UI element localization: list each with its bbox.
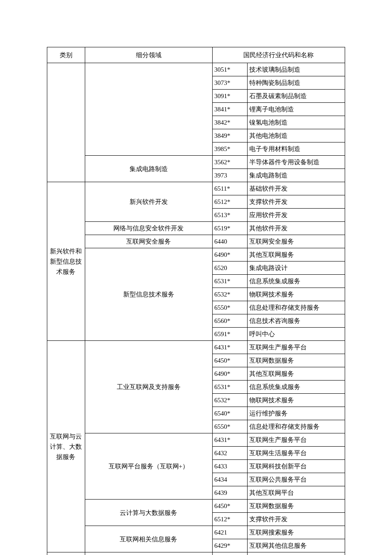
table-row: 3051*技术玻璃制品制造 xyxy=(47,63,345,76)
code-cell: 6429* xyxy=(212,539,247,552)
code-cell: 3051* xyxy=(212,63,247,76)
name-cell: 互联网生活服务平台 xyxy=(248,447,345,460)
code-cell: 3849* xyxy=(212,129,247,142)
code-cell: 6532* xyxy=(212,394,247,407)
category-cell xyxy=(47,63,85,182)
name-cell: 互联网数据服务 xyxy=(248,500,345,513)
subfield-cell: 互联网相关信息服务 xyxy=(85,526,212,552)
code-cell: 3842* xyxy=(212,116,247,129)
name-cell: 互联网安全服务 xyxy=(248,235,345,248)
code-cell: 3973 xyxy=(212,169,247,182)
code-cell: 6560* xyxy=(212,314,247,328)
name-cell: 互联网生产服务平台 xyxy=(248,341,345,354)
code-cell: 6550* xyxy=(212,420,247,433)
table-row: 互联网平台服务（互联网+）6431*互联网生产服务平台 xyxy=(47,433,345,447)
header-category: 类别 xyxy=(47,47,85,63)
code-cell: 6531* xyxy=(212,381,247,394)
code-cell: 6450* xyxy=(212,354,247,367)
code-cell: 3841* xyxy=(212,103,247,116)
table-row: 集成电路制造3562*半导体器件专用设备制造 xyxy=(47,156,345,169)
name-cell: 基础软件开发 xyxy=(248,182,345,195)
name-cell: 信息系统集成服务 xyxy=(248,275,345,288)
code-cell: 6490* xyxy=(212,248,247,262)
category-cell: 新兴软件和新型信息技术服务 xyxy=(47,182,85,341)
code-cell: 3091* xyxy=(212,90,247,103)
header-codename: 国民经济行业代码和名称 xyxy=(212,47,345,63)
code-cell: 6531* xyxy=(212,275,247,288)
code-cell: 6532* xyxy=(212,288,247,301)
code-cell: 6433 xyxy=(212,460,247,473)
name-cell: 信息处理和存储支持服务 xyxy=(248,420,345,433)
code-cell: 6490* xyxy=(212,367,247,381)
table-row: 新兴软件和新型信息技术服务新兴软件开发6511*基础软件开发 xyxy=(47,182,345,195)
name-cell: 其他互联网平台 xyxy=(248,486,345,500)
name-cell: 其他电池制造 xyxy=(248,129,345,142)
code-cell: 6520 xyxy=(212,262,247,275)
name-cell: 信息处理和存储支持服务 xyxy=(248,301,345,314)
code-cell: 6512* xyxy=(212,195,247,209)
subfield-cell: 工业互联网及支持服务 xyxy=(85,341,212,433)
table-row: 互联网相关信息服务6421互联网搜索服务 xyxy=(47,526,345,539)
code-cell: 6513* xyxy=(212,209,247,222)
name-cell: 物联网技术服务 xyxy=(248,394,345,407)
name-cell: 电子专用材料制造 xyxy=(248,142,345,156)
name-cell: 互联网科技创新平台 xyxy=(248,460,345,473)
subfield-cell xyxy=(85,63,212,156)
name-cell: 信息系统集成服务 xyxy=(248,381,345,394)
code-cell: 6421 xyxy=(212,526,247,539)
table-row: 互联网与云计算、大数据服务工业互联网及支持服务6431*互联网生产服务平台 xyxy=(47,341,345,354)
name-cell: 物联网技术服务 xyxy=(248,288,345,301)
code-cell: 6512* xyxy=(212,513,247,526)
code-cell: 6431* xyxy=(212,433,247,447)
subfield-cell: 互联网平台服务（互联网+） xyxy=(85,433,212,500)
name-cell: 互联网公共服务平台 xyxy=(248,473,345,486)
name-cell: 技术玻璃制品制造 xyxy=(248,63,345,76)
code-cell: 6432 xyxy=(212,447,247,460)
name-cell: 基础软件开发 xyxy=(248,552,345,555)
header-subfield: 细分领域 xyxy=(85,47,212,63)
subfield-cell: 人工智能软件开发 xyxy=(85,552,212,555)
name-cell: 镍氢电池制造 xyxy=(248,116,345,129)
code-cell: 6511* xyxy=(212,552,247,555)
name-cell: 半导体器件专用设备制造 xyxy=(248,156,345,169)
code-cell: 6440 xyxy=(212,235,247,248)
table-row: 人工智能人工智能软件开发6511*基础软件开发 xyxy=(47,552,345,555)
name-cell: 互联网其他信息服务 xyxy=(248,539,345,552)
name-cell: 集成电路设计 xyxy=(248,262,345,275)
name-cell: 运行维护服务 xyxy=(248,407,345,420)
category-cell: 互联网与云计算、大数据服务 xyxy=(47,341,85,552)
name-cell: 其他互联网服务 xyxy=(248,248,345,262)
code-cell: 6519* xyxy=(212,222,247,235)
code-cell: 6450* xyxy=(212,500,247,513)
name-cell: 呼叫中心 xyxy=(248,328,345,341)
category-cell: 人工智能 xyxy=(47,552,85,555)
name-cell: 支撑软件开发 xyxy=(248,513,345,526)
name-cell: 支撑软件开发 xyxy=(248,195,345,209)
code-cell: 6431* xyxy=(212,341,247,354)
name-cell: 锂离子电池制造 xyxy=(248,103,345,116)
name-cell: 互联网搜索服务 xyxy=(248,526,345,539)
code-cell: 6591* xyxy=(212,328,247,341)
code-cell: 3073* xyxy=(212,76,247,90)
code-cell: 6511* xyxy=(212,182,247,195)
table-row: 云计算与大数据服务6450*互联网数据服务 xyxy=(47,500,345,513)
subfield-cell: 网络与信息安全软件开发 xyxy=(85,222,212,235)
code-cell: 6434 xyxy=(212,473,247,486)
name-cell: 信息技术咨询服务 xyxy=(248,314,345,328)
name-cell: 特种陶瓷制品制造 xyxy=(248,76,345,90)
subfield-cell: 互联网安全服务 xyxy=(85,235,212,248)
table-row: 互联网安全服务6440互联网安全服务 xyxy=(47,235,345,248)
code-cell: 6550* xyxy=(212,301,247,314)
subfield-cell: 新兴软件开发 xyxy=(85,182,212,222)
name-cell: 互联网数据服务 xyxy=(248,354,345,367)
industry-table: 类别细分领域国民经济行业代码和名称3051*技术玻璃制品制造3073*特种陶瓷制… xyxy=(47,47,345,555)
table-row: 网络与信息安全软件开发6519*其他软件开发 xyxy=(47,222,345,235)
header-row: 类别细分领域国民经济行业代码和名称 xyxy=(47,47,345,63)
name-cell: 石墨及碳素制品制造 xyxy=(248,90,345,103)
subfield-cell: 集成电路制造 xyxy=(85,156,212,182)
name-cell: 集成电路制造 xyxy=(248,169,345,182)
code-cell: 6540* xyxy=(212,407,247,420)
subfield-cell: 新型信息技术服务 xyxy=(85,248,212,341)
name-cell: 应用软件开发 xyxy=(248,209,345,222)
name-cell: 其他软件开发 xyxy=(248,222,345,235)
